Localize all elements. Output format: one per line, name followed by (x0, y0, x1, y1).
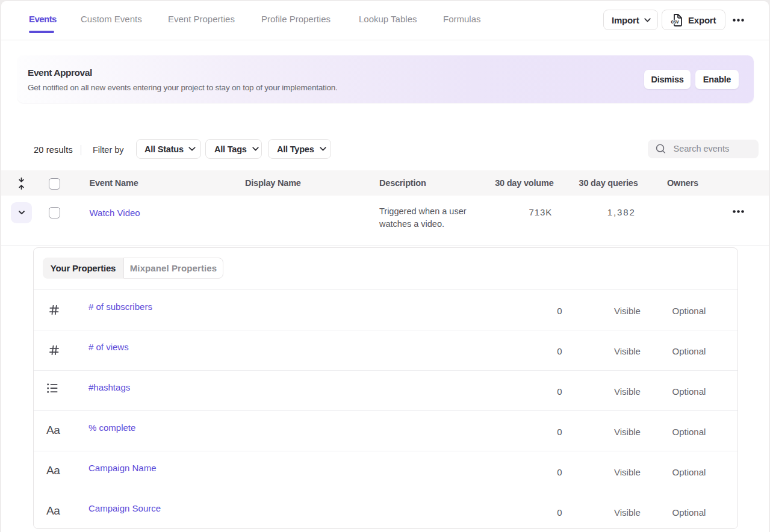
svg-text:csv: csv (671, 19, 679, 25)
